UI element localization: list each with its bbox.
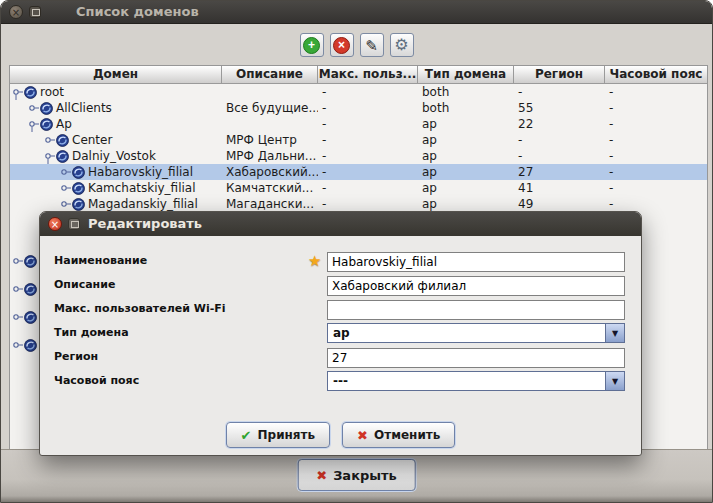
tree-expander-icon[interactable] — [12, 84, 24, 100]
dropdown-value: --- — [328, 372, 605, 390]
table-row[interactable]: Habarovskiy_filial Хабаровский... - ap 2… — [10, 164, 707, 180]
field-input[interactable] — [327, 300, 625, 320]
footer: ✖ Закрыть — [1, 449, 712, 503]
field-input[interactable] — [327, 252, 625, 272]
dialog-maximize-button[interactable] — [68, 218, 80, 230]
region-cell: 41 — [514, 180, 605, 196]
field-dropdown[interactable]: ap ▼ — [327, 323, 625, 343]
tree-indent — [12, 124, 28, 125]
domain-node-icon — [24, 339, 37, 352]
domain-cell: Ap — [10, 116, 222, 132]
domain-name: Magadanskiy_filial — [88, 196, 198, 212]
column-header-description[interactable]: Описание — [222, 66, 318, 84]
tree-expander-icon[interactable] — [12, 337, 37, 353]
domain-node-icon — [24, 283, 37, 296]
tree-expander-icon[interactable] — [60, 164, 72, 180]
field-label: Тип домена — [54, 326, 129, 339]
tree-expander-icon[interactable] — [44, 132, 56, 148]
tree-expander-icon[interactable] — [12, 281, 37, 297]
domain-node-icon — [24, 255, 37, 268]
window-titlebar: × Список доменов — [1, 1, 712, 24]
tree-expander-icon[interactable] — [60, 196, 72, 212]
domain-cell: Habarovskiy_filial — [10, 164, 222, 180]
tree-expander-icon[interactable] — [12, 309, 37, 325]
domain-name: root — [40, 84, 64, 100]
table-row[interactable]: Magadanskiy_filial Магадански... - ap 49… — [10, 196, 707, 212]
tree-indent — [12, 156, 44, 157]
table-row[interactable]: Center МРФ Центр - ap - - — [10, 132, 707, 148]
tree-indent — [12, 140, 44, 141]
domain-name: Center — [72, 132, 112, 148]
domain-name: AllClients — [56, 100, 112, 116]
edit-domain-button[interactable]: ✎ — [360, 33, 384, 57]
domain-cell: root — [10, 84, 222, 100]
table-row[interactable]: Ap - ap 22 - — [10, 116, 707, 132]
region-cell: - — [514, 132, 605, 148]
chevron-down-icon[interactable]: ▼ — [605, 324, 624, 342]
chevron-down-icon[interactable]: ▼ — [605, 372, 624, 390]
description-cell — [222, 116, 318, 132]
form-field-row: Макс. пользователей Wi-Fi ★ — [40, 299, 641, 319]
edit-pencil-icon: ✎ — [365, 38, 378, 53]
column-header-timezone[interactable]: Часовой пояс — [605, 66, 707, 84]
tree-indent — [12, 188, 60, 189]
dialog-body: Наименование ★ Описание ★ Макс. пользова… — [40, 236, 641, 456]
add-domain-button[interactable]: + — [300, 33, 324, 57]
timezone-cell: - — [605, 180, 707, 196]
settings-button[interactable]: ⚙ — [390, 33, 414, 57]
table-row[interactable]: root - both - - — [10, 84, 707, 100]
description-cell: МРФ Центр — [222, 132, 318, 148]
tree-expander-icon[interactable] — [28, 100, 40, 116]
domain-node-icon — [72, 198, 85, 211]
column-header-domain-type[interactable]: Тип домена — [418, 66, 514, 84]
delete-icon: × — [333, 37, 350, 54]
timezone-cell: - — [605, 164, 707, 180]
dialog-close-button[interactable]: × — [48, 217, 62, 231]
domain-name: Dalniy_Vostok — [72, 148, 156, 164]
table-row[interactable]: Kamchatskiy_filial Камчатский... - ap 41… — [10, 180, 707, 196]
description-cell: Магадански... — [222, 196, 318, 212]
domain-type-cell: ap — [418, 180, 514, 196]
field-input[interactable] — [327, 348, 625, 368]
domain-type-cell: ap — [418, 148, 514, 164]
column-header-domain[interactable]: Домен — [10, 66, 222, 84]
cancel-button[interactable]: ✖ Отменить — [342, 422, 455, 448]
region-cell: 22 — [514, 116, 605, 132]
tree-expander-icon[interactable] — [60, 180, 72, 196]
domain-cell: Dalniy_Vostok — [10, 148, 222, 164]
domain-node-icon — [40, 118, 53, 131]
tree-expander-icon[interactable] — [12, 253, 37, 269]
table-row[interactable]: Dalniy_Vostok МРФ Дальни... - ap - - — [10, 148, 707, 164]
column-header-region[interactable]: Регион — [514, 66, 605, 84]
close-button[interactable]: ✖ Закрыть — [297, 459, 416, 491]
description-cell — [222, 84, 318, 100]
domain-cell: Magadanskiy_filial — [10, 196, 222, 212]
field-label: Описание — [54, 278, 115, 291]
timezone-cell: - — [605, 148, 707, 164]
accept-button[interactable]: ✔ Принять — [226, 422, 331, 448]
window-title: Список доменов — [76, 1, 199, 23]
description-cell: Камчатский... — [222, 180, 318, 196]
tree-expander-icon[interactable] — [44, 148, 56, 164]
window-maximize-button[interactable] — [29, 6, 41, 18]
column-header-max-users[interactable]: Макс. польз... — [318, 66, 418, 84]
window-close-button[interactable]: × — [9, 5, 23, 19]
dropdown-value: ap — [328, 324, 605, 342]
table-header: Домен Описание Макс. польз... Тип домена… — [10, 66, 707, 84]
form-field-row: Наименование ★ — [40, 251, 641, 271]
accept-button-label: Принять — [258, 428, 316, 442]
tree-expander-icon[interactable] — [28, 116, 40, 132]
region-cell: 55 — [514, 100, 605, 116]
max-users-cell: - — [318, 84, 418, 100]
domain-type-cell: ap — [418, 164, 514, 180]
domain-node-icon — [72, 182, 85, 195]
timezone-cell: - — [605, 100, 707, 116]
delete-domain-button[interactable]: × — [330, 33, 354, 57]
edit-dialog: × Редактировать Наименование ★ Описание … — [39, 211, 642, 456]
field-dropdown[interactable]: --- ▼ — [327, 371, 625, 391]
table-row[interactable]: AllClients Все будущие... - both 55 - — [10, 100, 707, 116]
form-field-row: Регион ★ — [40, 347, 641, 367]
description-cell: Хабаровский... — [222, 164, 318, 180]
field-input[interactable] — [327, 276, 625, 296]
domain-name: Habarovskiy_filial — [88, 164, 193, 180]
